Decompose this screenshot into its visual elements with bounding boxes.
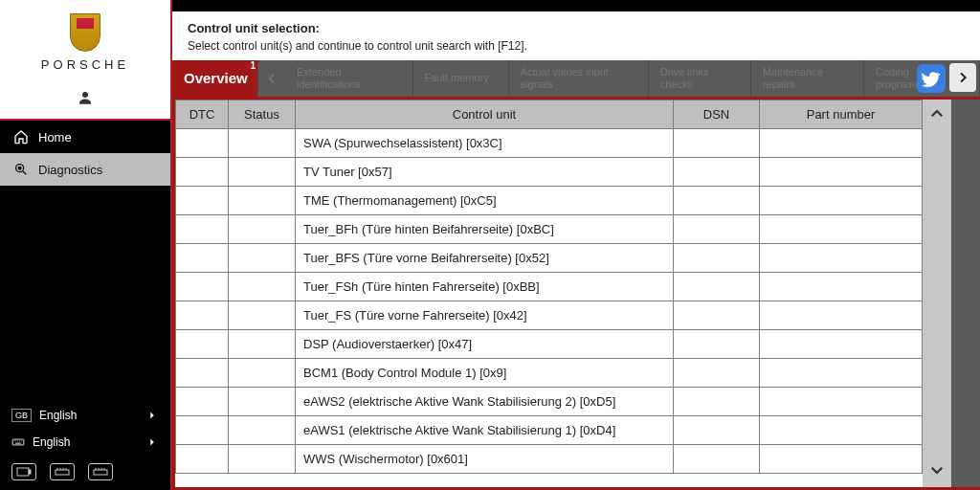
svg-rect-5 bbox=[29, 470, 31, 474]
tab-scroll-right[interactable] bbox=[949, 63, 976, 92]
cell-cu: Tuer_BFh (Türe hinten Beifahrerseite) [0… bbox=[296, 215, 674, 244]
cell-pn bbox=[760, 158, 923, 187]
cell-cu: WWS (Wischermotor) [0x601] bbox=[296, 445, 674, 474]
table-row[interactable]: Tuer_BFh (Türe hinten Beifahrerseite) [0… bbox=[176, 215, 923, 244]
magnify-gear-icon bbox=[13, 162, 29, 177]
cell-pn bbox=[760, 359, 923, 388]
cell-dtc bbox=[176, 129, 229, 158]
cell-pn bbox=[760, 388, 923, 416]
tab-maint[interactable]: Maintenance repairs bbox=[751, 60, 864, 97]
tab-scroll-left[interactable] bbox=[258, 60, 285, 97]
user-row bbox=[0, 81, 170, 121]
cell-dtc bbox=[176, 416, 229, 445]
cell-dsn bbox=[674, 215, 760, 244]
tab-overview-badge: 1 bbox=[250, 60, 256, 72]
instructions-panel: Control unit selection: Select control u… bbox=[172, 11, 980, 60]
porsche-crest-icon bbox=[70, 13, 100, 52]
col-control-unit[interactable]: Control unit bbox=[296, 100, 674, 129]
cell-cu: eAWS2 (elektrische Aktive Wank Stabilisi… bbox=[296, 388, 674, 416]
right-gutter bbox=[951, 100, 980, 487]
tab-overview[interactable]: Overview 1 bbox=[172, 60, 258, 97]
nav-item-diagnostics[interactable]: Diagnostics bbox=[0, 153, 170, 186]
tab-actual[interactable]: Actual values input signals bbox=[509, 60, 649, 97]
cell-cu: DSP (Audioverstaerker) [0x47] bbox=[296, 330, 674, 359]
cell-cu: TME (Thermomanagement) [0xC5] bbox=[296, 187, 674, 215]
col-dsn[interactable]: DSN bbox=[674, 100, 760, 129]
assistant-bird-icon[interactable] bbox=[917, 64, 946, 93]
tab-maint-label: Maintenance repairs bbox=[763, 66, 852, 91]
cell-pn bbox=[760, 129, 923, 158]
vertical-scrollbar[interactable] bbox=[923, 100, 951, 487]
scroll-down-button[interactable] bbox=[928, 461, 946, 481]
chevron-right-icon bbox=[955, 70, 970, 85]
table-row[interactable]: Tuer_FS (Türe vorne Fahrerseite) [0x42] bbox=[176, 301, 923, 330]
table-row[interactable]: TME (Thermomanagement) [0xC5] bbox=[176, 187, 923, 215]
col-dtc[interactable]: DTC bbox=[176, 100, 229, 129]
cell-status bbox=[229, 215, 296, 244]
control-unit-table: DTC Status Control unit DSN Part number … bbox=[175, 100, 923, 474]
tab-fault[interactable]: Fault memory bbox=[413, 60, 509, 97]
nav: Home Diagnostics bbox=[0, 121, 170, 396]
tab-bar: Overview 1 Extended identifications Faul… bbox=[172, 60, 980, 97]
cell-cu: Tuer_FSh (Türe hinten Fahrerseite) [0xBB… bbox=[296, 273, 674, 301]
tab-overview-label: Overview bbox=[184, 70, 248, 87]
lang-row-1[interactable]: GB English bbox=[0, 402, 170, 429]
table-row[interactable]: SWA (Spurwechselassistent) [0x3C] bbox=[176, 129, 923, 158]
scroll-up-button[interactable] bbox=[928, 105, 946, 125]
cell-dtc bbox=[176, 330, 229, 359]
table-row[interactable]: WWS (Wischermotor) [0x601] bbox=[176, 445, 923, 474]
chevron-down-icon bbox=[928, 461, 946, 479]
cell-dsn bbox=[674, 388, 760, 416]
cell-status bbox=[229, 158, 296, 187]
battery-icon[interactable] bbox=[11, 463, 36, 480]
tab-ext-id[interactable]: Extended identifications bbox=[285, 60, 413, 97]
cell-dsn bbox=[674, 330, 760, 359]
brand-wordmark: PORSCHE bbox=[0, 57, 170, 72]
cell-status bbox=[229, 129, 296, 158]
tab-drive[interactable]: Drive links checks bbox=[649, 60, 751, 97]
svg-rect-7 bbox=[94, 470, 107, 475]
nav-item-home[interactable]: Home bbox=[0, 121, 170, 153]
col-part-number[interactable]: Part number bbox=[760, 100, 923, 129]
cell-status bbox=[229, 359, 296, 388]
title-bar bbox=[172, 0, 980, 11]
col-status[interactable]: Status bbox=[229, 100, 296, 129]
cell-dtc bbox=[176, 187, 229, 215]
connection-icon-2[interactable] bbox=[88, 463, 113, 480]
footer-icons bbox=[0, 456, 170, 484]
table-row[interactable]: BCM1 (Body Control Module 1) [0x9] bbox=[176, 359, 923, 388]
lang-row-2[interactable]: English bbox=[0, 429, 170, 456]
lang-label-2: English bbox=[33, 435, 70, 449]
cell-pn bbox=[760, 416, 923, 445]
instructions-subtitle: Select control unit(s) and continue to c… bbox=[188, 39, 965, 53]
tab-fault-label: Fault memory bbox=[425, 72, 489, 84]
connection-icon-1[interactable] bbox=[50, 463, 75, 480]
cell-dtc bbox=[176, 158, 229, 187]
cell-status bbox=[229, 330, 296, 359]
svg-point-2 bbox=[18, 167, 21, 169]
table-row[interactable]: Tuer_FSh (Türe hinten Fahrerseite) [0xBB… bbox=[176, 273, 923, 301]
cell-dsn bbox=[674, 158, 760, 187]
cell-cu: eAWS1 (elektrische Aktive Wank Stabilisi… bbox=[296, 416, 674, 445]
cell-pn bbox=[760, 330, 923, 359]
table-row[interactable]: eAWS2 (elektrische Aktive Wank Stabilisi… bbox=[176, 388, 923, 416]
svg-rect-3 bbox=[12, 439, 24, 445]
table-row[interactable]: eAWS1 (elektrische Aktive Wank Stabilisi… bbox=[176, 416, 923, 445]
cell-dtc bbox=[176, 215, 229, 244]
table-header-row: DTC Status Control unit DSN Part number bbox=[176, 100, 923, 129]
chevron-right-icon bbox=[145, 435, 159, 449]
cell-cu: BCM1 (Body Control Module 1) [0x9] bbox=[296, 359, 674, 388]
user-icon bbox=[77, 89, 94, 106]
table-row[interactable]: Tuer_BFS (Türe vorne Beifahrerseite) [0x… bbox=[176, 244, 923, 273]
cell-cu: TV Tuner [0x57] bbox=[296, 158, 674, 187]
chevron-up-icon bbox=[928, 105, 946, 122]
svg-point-0 bbox=[82, 92, 88, 98]
svg-rect-6 bbox=[56, 470, 69, 475]
table-row[interactable]: DSP (Audioverstaerker) [0x47] bbox=[176, 330, 923, 359]
table-row[interactable]: TV Tuner [0x57] bbox=[176, 158, 923, 187]
cell-pn bbox=[760, 301, 923, 330]
chevron-right-icon bbox=[145, 409, 159, 422]
cell-pn bbox=[760, 244, 923, 273]
cell-status bbox=[229, 445, 296, 474]
sidebar: PORSCHE Home Diagnostics GB English bbox=[0, 0, 172, 490]
